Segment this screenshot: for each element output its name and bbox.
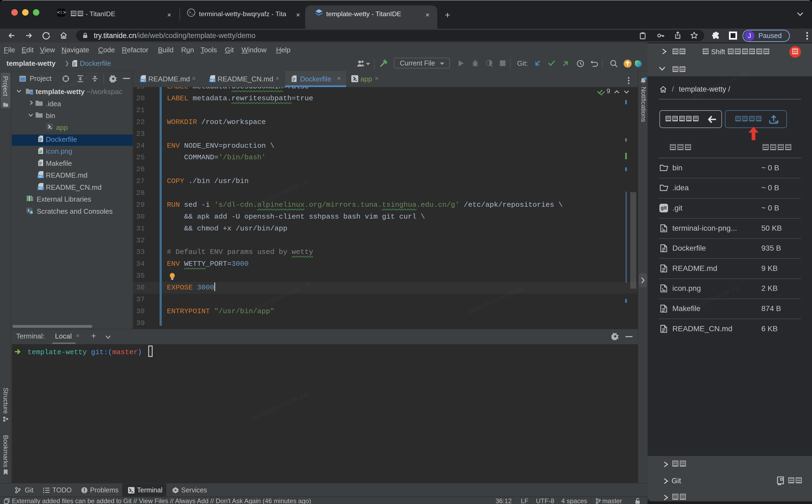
svg-text:MD: MD xyxy=(141,79,145,82)
svg-text:MD: MD xyxy=(38,175,43,178)
svg-text:MD: MD xyxy=(38,187,43,190)
svg-text:MD: MD xyxy=(210,79,215,82)
